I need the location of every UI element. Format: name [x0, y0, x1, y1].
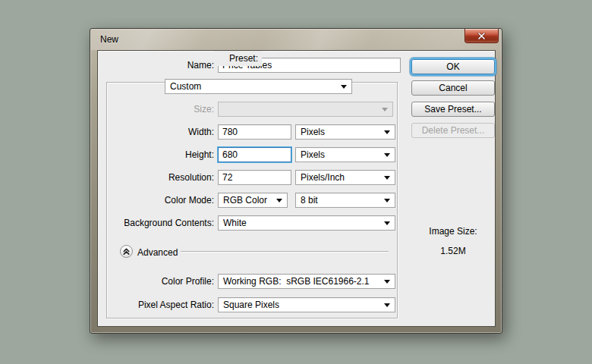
image-size-block: Image Size: 1.52M	[404, 226, 502, 256]
width-label: Width:	[188, 124, 214, 140]
delete-preset-button: Delete Preset...	[411, 123, 495, 138]
name-label: Name:	[187, 58, 214, 73]
resolution-input[interactable]	[218, 170, 291, 185]
width-unit-value: Pixels	[301, 127, 325, 137]
pixel-aspect-ratio-label: Pixel Aspect Ratio:	[138, 297, 214, 312]
height-unit-value: Pixels	[301, 149, 325, 160]
close-button[interactable]	[464, 29, 499, 43]
size-dropdown	[218, 102, 393, 117]
color-mode-value: RGB Color	[223, 195, 267, 206]
color-mode-dropdown[interactable]: RGB Color	[218, 193, 288, 208]
chevron-down-icon	[384, 199, 390, 202]
preset-label: Preset:	[214, 51, 262, 66]
close-icon	[477, 33, 486, 39]
advanced-divider	[181, 251, 389, 252]
chevron-down-icon	[384, 153, 390, 157]
pixel-aspect-ratio-dropdown[interactable]: Square Pixels	[218, 297, 395, 312]
image-size-value: 1.52M	[404, 246, 502, 256]
preset-dropdown[interactable]: Custom	[165, 79, 352, 94]
pixel-aspect-ratio-value: Square Pixels	[223, 300, 279, 310]
height-input[interactable]	[218, 147, 291, 162]
titlebar[interactable]: New	[90, 29, 502, 50]
color-mode-label: Color Mode:	[165, 193, 214, 208]
color-profile-dropdown[interactable]: Working RGB: sRGB IEC61966-2.1	[218, 274, 395, 289]
bit-depth-value: 8 bit	[301, 195, 318, 206]
new-document-dialog: New Name: Preset: Custom Size: Width:	[90, 28, 502, 334]
width-unit-dropdown[interactable]: Pixels	[295, 124, 395, 140]
save-preset-button[interactable]: Save Preset...	[411, 102, 495, 117]
advanced-section-label: Advanced	[137, 246, 178, 259]
ok-button[interactable]: OK	[411, 59, 495, 74]
chevron-down-icon	[384, 130, 390, 134]
resolution-unit-dropdown[interactable]: Pixels/Inch	[295, 170, 395, 185]
size-label: Size:	[194, 102, 214, 117]
collapse-advanced-button[interactable]	[120, 245, 133, 258]
background-contents-label: Background Contents:	[124, 215, 214, 231]
chevron-down-icon	[384, 221, 390, 225]
color-profile-value: Working RGB: sRGB IEC61966-2.1	[223, 276, 370, 287]
resolution-unit-value: Pixels/Inch	[301, 172, 345, 183]
color-profile-label: Color Profile:	[162, 274, 214, 289]
chevron-down-icon	[384, 280, 390, 284]
cancel-button[interactable]: Cancel	[411, 80, 495, 96]
preset-value: Custom	[170, 81, 201, 92]
height-unit-dropdown[interactable]: Pixels	[295, 147, 395, 162]
double-chevron-up-icon	[122, 247, 131, 256]
chevron-down-icon	[384, 303, 390, 307]
window-title: New	[100, 34, 118, 45]
background-contents-value: White	[223, 218, 247, 228]
width-input[interactable]	[218, 124, 291, 140]
chevron-down-icon	[341, 85, 347, 89]
bit-depth-dropdown[interactable]: 8 bit	[295, 193, 395, 208]
chevron-down-icon	[276, 199, 282, 202]
chevron-down-icon	[382, 108, 388, 111]
dialog-body: Name: Preset: Custom Size: Width: Pixels…	[97, 50, 496, 327]
height-label: Height:	[185, 147, 214, 162]
background-contents-dropdown[interactable]: White	[218, 215, 395, 231]
chevron-down-icon	[384, 176, 390, 180]
resolution-label: Resolution:	[168, 170, 214, 185]
image-size-label: Image Size:	[429, 226, 477, 237]
